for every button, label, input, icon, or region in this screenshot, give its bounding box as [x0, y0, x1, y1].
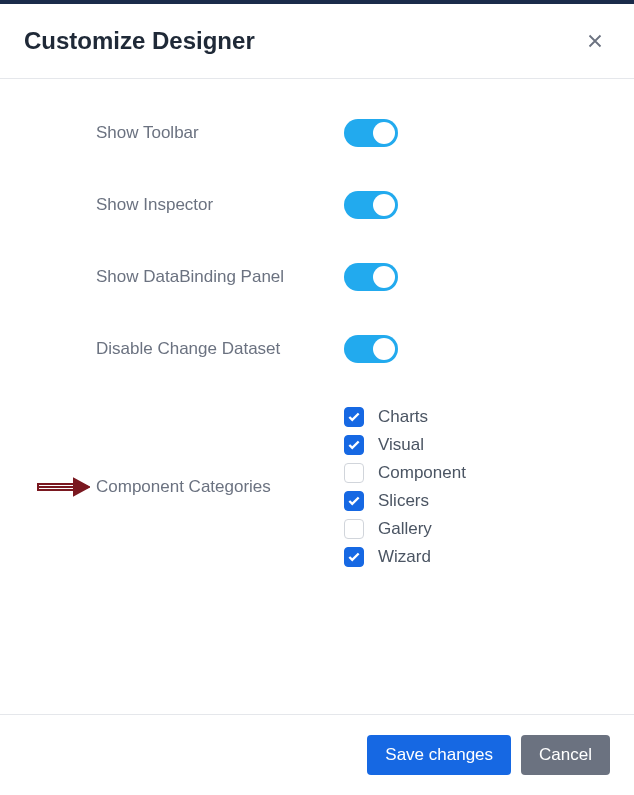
checkbox-slicers[interactable]	[344, 491, 364, 511]
dialog-footer: Save changes Cancel	[0, 714, 634, 795]
setting-label: Show Inspector	[24, 195, 344, 215]
arrow-annotation-icon	[36, 476, 90, 498]
setting-show-toolbar: Show Toolbar	[24, 119, 610, 147]
category-item-visual: Visual	[344, 435, 466, 455]
category-label: Component	[378, 463, 466, 483]
toggle-show-inspector[interactable]	[344, 191, 398, 219]
check-icon	[347, 410, 361, 424]
category-item-component: Component	[344, 463, 466, 483]
checkbox-charts[interactable]	[344, 407, 364, 427]
checkbox-gallery[interactable]	[344, 519, 364, 539]
category-item-slicers: Slicers	[344, 491, 466, 511]
category-label: Visual	[378, 435, 424, 455]
check-icon	[347, 550, 361, 564]
setting-show-databinding-panel: Show DataBinding Panel	[24, 263, 610, 291]
category-label: Gallery	[378, 519, 432, 539]
close-button[interactable]	[580, 26, 610, 56]
toggle-show-databinding-panel[interactable]	[344, 263, 398, 291]
setting-label: Show DataBinding Panel	[24, 267, 344, 287]
dialog-body: Show Toolbar Show Inspector Show DataBin…	[0, 79, 634, 587]
category-label: Slicers	[378, 491, 429, 511]
category-item-wizard: Wizard	[344, 547, 466, 567]
dialog-header: Customize Designer	[0, 4, 634, 79]
toggle-disable-change-dataset[interactable]	[344, 335, 398, 363]
toggle-show-toolbar[interactable]	[344, 119, 398, 147]
component-categories-list: Charts Visual Component Slicers	[344, 407, 466, 567]
setting-component-categories: Component Categories Charts Visual Compo…	[24, 407, 610, 567]
category-label: Charts	[378, 407, 428, 427]
setting-show-inspector: Show Inspector	[24, 191, 610, 219]
checkbox-visual[interactable]	[344, 435, 364, 455]
setting-disable-change-dataset: Disable Change Dataset	[24, 335, 610, 363]
setting-label: Show Toolbar	[24, 123, 344, 143]
category-label: Wizard	[378, 547, 431, 567]
save-button[interactable]: Save changes	[367, 735, 511, 775]
cancel-button[interactable]: Cancel	[521, 735, 610, 775]
check-icon	[347, 438, 361, 452]
checkbox-component[interactable]	[344, 463, 364, 483]
close-icon	[584, 30, 606, 52]
category-item-charts: Charts	[344, 407, 466, 427]
category-item-gallery: Gallery	[344, 519, 466, 539]
check-icon	[347, 494, 361, 508]
checkbox-wizard[interactable]	[344, 547, 364, 567]
setting-label: Disable Change Dataset	[24, 339, 344, 359]
dialog-title: Customize Designer	[24, 27, 255, 55]
